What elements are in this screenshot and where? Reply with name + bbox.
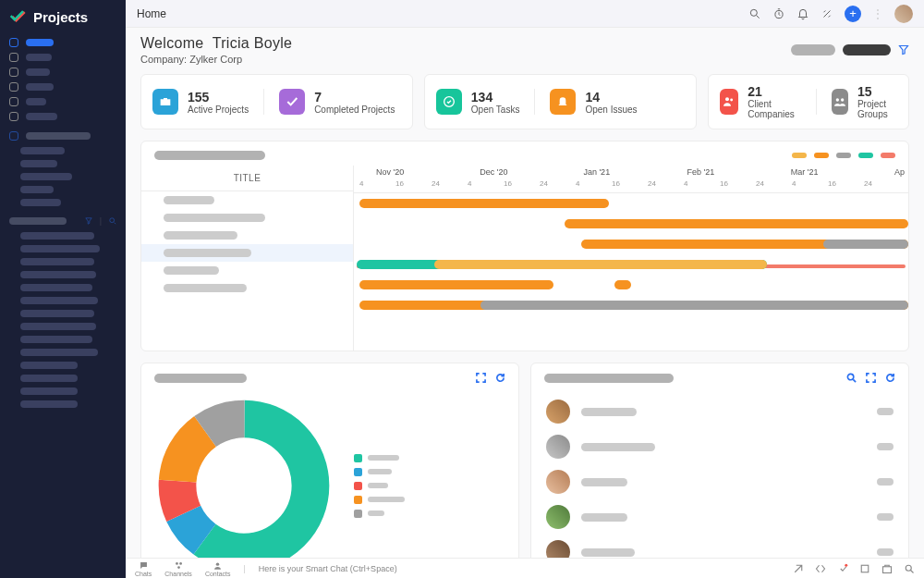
footer-tab-chats[interactable]: Chats (135, 560, 152, 577)
svg-rect-20 (883, 566, 892, 572)
svg-point-13 (847, 374, 853, 379)
nav-item[interactable] (0, 80, 126, 94)
filter-icon[interactable] (898, 44, 909, 55)
refresh-icon[interactable] (495, 373, 505, 383)
svg-rect-19 (861, 565, 869, 572)
nav-item[interactable] (0, 109, 126, 124)
nav-group-header[interactable] (0, 126, 126, 142)
nav-subitem[interactable] (0, 346, 126, 359)
nav-subitem[interactable] (0, 294, 126, 307)
nav-subitem[interactable] (0, 268, 126, 281)
svg-point-17 (216, 562, 219, 565)
svg-point-7 (841, 98, 844, 101)
breadcrumb[interactable]: Home (137, 7, 166, 20)
gantt-panel: TITLE Nov '20Dec '20Jan '21Feb '21Mar '2… (140, 141, 909, 351)
bell-icon[interactable] (796, 7, 809, 20)
footer-icon[interactable] (859, 563, 870, 574)
nav-subitem[interactable] (0, 307, 126, 320)
gantt-row-label[interactable] (141, 191, 353, 209)
search-icon[interactable] (109, 217, 116, 225)
gantt-row-label[interactable] (141, 262, 353, 279)
nav-subitem[interactable] (0, 372, 126, 385)
nav-subitem[interactable] (0, 183, 126, 196)
nav-subitem[interactable] (0, 255, 126, 268)
nav-item[interactable] (0, 65, 126, 80)
person-row[interactable] (546, 394, 894, 429)
footer-icon[interactable] (881, 563, 893, 574)
nav-subitem[interactable] (0, 242, 126, 255)
brand-header: Projects (0, 0, 126, 33)
person-row[interactable] (546, 535, 894, 558)
nav-item[interactable] (0, 94, 126, 109)
refresh-icon[interactable] (885, 373, 895, 383)
avatar[interactable] (894, 5, 913, 23)
alert-icon (550, 89, 576, 115)
svg-point-14 (176, 562, 178, 565)
gantt-bars (354, 193, 908, 323)
footer-tab-channels[interactable]: Channels (164, 560, 192, 577)
gantt-row-label[interactable] (141, 244, 353, 262)
nav-subitem[interactable] (0, 229, 126, 242)
header-chip[interactable] (843, 44, 891, 55)
gantt-time-header: Nov '20Dec '20Jan '21Feb '21Mar '21Ap416… (354, 166, 908, 193)
nav-subitem[interactable] (0, 170, 126, 183)
nav-group-header[interactable]: | (0, 211, 126, 228)
panel-title (154, 374, 247, 383)
gantt-row-label[interactable] (141, 227, 353, 244)
svg-point-0 (110, 218, 115, 223)
gantt-title-header: TITLE (141, 166, 353, 191)
nav-subitem[interactable] (0, 196, 126, 209)
nav-subitem[interactable] (0, 281, 126, 294)
svg-point-1 (750, 9, 757, 16)
nav-subitem[interactable] (0, 157, 126, 170)
svg-point-12 (177, 419, 310, 552)
nav-subitem[interactable] (0, 398, 126, 411)
nav-item-home[interactable] (0, 35, 126, 50)
people-panel (530, 363, 909, 558)
nav-subitem[interactable] (0, 320, 126, 333)
expand-icon[interactable] (476, 373, 486, 383)
header-chip[interactable] (791, 44, 835, 55)
donut-panel (140, 363, 519, 558)
donut-legend (354, 454, 405, 518)
stat-card-projects: 155Active Projects 7Completed Projects (140, 74, 413, 129)
timer-icon[interactable] (772, 7, 785, 20)
add-button[interactable]: + (845, 6, 861, 22)
svg-point-15 (179, 562, 182, 565)
nav-item[interactable] (0, 50, 126, 65)
tools-icon[interactable] (821, 7, 833, 20)
footer-tab-contacts[interactable]: Contacts (205, 560, 231, 577)
company-text: Company: Zylker Corp (140, 54, 292, 65)
footer-icon[interactable] (904, 563, 915, 574)
person-row[interactable] (546, 464, 894, 499)
people-icon (720, 89, 739, 115)
footer-icon[interactable] (793, 563, 804, 574)
donut-chart (156, 398, 332, 558)
gantt-row-label[interactable] (141, 209, 353, 227)
stat-card-tasks: 134Open Tasks 14Open Issues (424, 74, 697, 129)
gantt-row-label[interactable] (141, 279, 353, 297)
svg-point-5 (730, 99, 733, 102)
briefcase-icon (152, 89, 178, 115)
nav-subitem[interactable] (0, 385, 126, 398)
nav-subitem[interactable] (0, 144, 126, 157)
person-row[interactable] (546, 499, 894, 535)
footer: Chats Channels Contacts | Here is your S… (126, 558, 924, 578)
footer-icon[interactable] (815, 563, 826, 574)
nav-subitem[interactable] (0, 333, 126, 346)
stat-card-clients: 21Client Companies 15Project Groups (708, 74, 909, 129)
logo-icon (9, 7, 28, 26)
gantt-legend (792, 153, 895, 158)
svg-point-16 (177, 566, 180, 569)
brand-title: Projects (33, 9, 88, 25)
expand-icon[interactable] (866, 373, 876, 383)
panel-title (154, 151, 265, 160)
search-icon[interactable] (846, 373, 857, 383)
filter-icon[interactable] (85, 217, 92, 225)
tasks-icon (436, 89, 462, 115)
nav-subitem[interactable] (0, 359, 126, 372)
person-row[interactable] (546, 429, 894, 464)
footer-icon[interactable] (837, 563, 848, 574)
svg-point-4 (725, 97, 729, 101)
search-icon[interactable] (748, 7, 761, 20)
